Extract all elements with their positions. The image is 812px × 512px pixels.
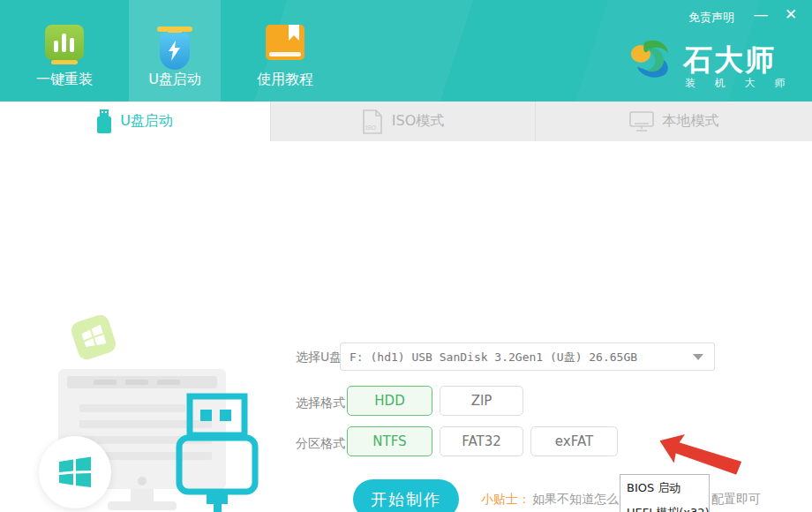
windows-tile-icon — [69, 312, 117, 361]
iso-file-icon: ISO — [362, 109, 383, 134]
tip-label: 小贴士： — [481, 492, 530, 508]
nav-label-tutorial: 使用教程 — [239, 71, 331, 89]
format-option-hdd[interactable]: HDD — [347, 386, 432, 416]
nav-item-reinstall[interactable]: 一键重装 — [19, 0, 110, 102]
usb-stick-icon — [97, 109, 111, 133]
brand-subtitle: 装 机 大 师 — [685, 76, 793, 91]
app-window: 一键重装 U盘启动 — [0, 0, 812, 512]
partition-option-fat32[interactable]: FAT32 — [440, 426, 523, 456]
disclaimer-link[interactable]: 免责声明 — [688, 10, 734, 26]
chevron-down-icon — [693, 354, 703, 360]
book-icon — [266, 25, 304, 60]
monitor-base — [108, 501, 177, 510]
partition-option-ntfs[interactable]: NTFS — [347, 426, 432, 456]
windows-logo-badge — [39, 436, 111, 508]
svg-text:ISO: ISO — [365, 124, 377, 131]
tab-local-mode[interactable]: 本地模式 — [536, 102, 812, 141]
tab-iso-mode[interactable]: ISO ISO模式 — [271, 102, 536, 141]
start-make-button[interactable]: 开始制作 — [353, 479, 459, 512]
brand-name: 石大师 — [683, 41, 776, 80]
close-button[interactable]: ✕ — [780, 5, 801, 23]
monitor-stand — [131, 489, 154, 501]
monitor-icon — [629, 111, 654, 132]
header: 一键重装 U盘启动 — [0, 0, 812, 102]
nav-item-usb-boot[interactable]: U盘启动 — [129, 0, 221, 102]
tip-text-right: 配置即可 — [711, 492, 761, 508]
tab-usb-boot-label: U盘启动 — [120, 112, 173, 131]
menu-item-bios-boot[interactable]: BIOS 启动 — [620, 475, 709, 500]
tab-local-mode-label: 本地模式 — [663, 112, 719, 131]
brand-swirl-icon — [628, 37, 674, 83]
boot-mode-menu: BIOS 启动 UEFI 模拟(x32) UEFI 模拟(x64) — [620, 474, 710, 512]
usb-drive-value: F: (hd1) USB SanDisk 3.2Gen1 (U盘) 26.65G… — [350, 350, 637, 365]
shield-lightning-icon — [160, 26, 190, 70]
nav-item-tutorial[interactable]: 使用教程 — [239, 0, 331, 102]
mode-tabbar: U盘启动 ISO ISO模式 本地模式 — [0, 102, 812, 141]
nav-label-reinstall: 一键重装 — [19, 71, 110, 89]
usb-plug-illustration — [175, 393, 259, 512]
menu-item-uefi-x32[interactable]: UEFI 模拟(x32) — [620, 500, 709, 512]
minimize-button[interactable]: — — [750, 5, 771, 23]
format-option-zip[interactable]: ZIP — [440, 386, 523, 416]
partition-option-exfat[interactable]: exFAT — [530, 426, 618, 456]
nav-label-usb-boot: U盘启动 — [129, 71, 221, 89]
tab-usb-boot[interactable]: U盘启动 — [0, 102, 271, 141]
main-content: 选择U盘： F: (hd1) USB SanDisk 3.2Gen1 (U盘) … — [0, 141, 812, 512]
chart-icon — [45, 25, 84, 60]
monitor-dot — [138, 477, 147, 486]
usb-drive-select[interactable]: F: (hd1) USB SanDisk 3.2Gen1 (U盘) 26.65G… — [340, 343, 715, 371]
brand-logo: 石大师 装 机 大 师 — [628, 37, 805, 87]
tab-iso-mode-label: ISO模式 — [392, 112, 444, 131]
tip-text-left: 如果不知道怎么 — [532, 492, 619, 508]
